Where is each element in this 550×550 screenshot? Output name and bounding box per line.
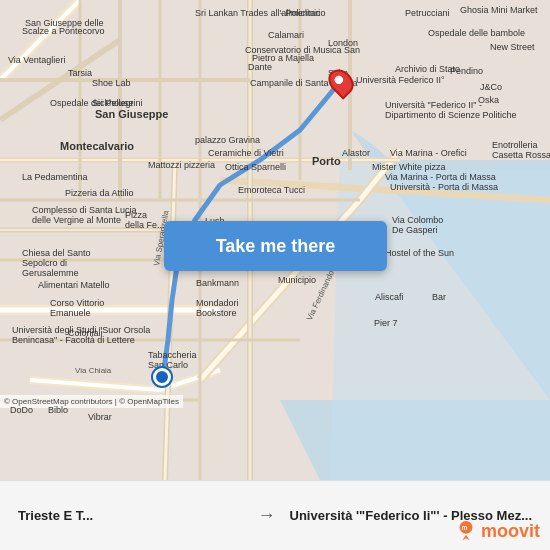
- map-area[interactable]: Sri Lankan Trades all'alimentari - Polic…: [0, 0, 550, 480]
- moovit-logo: m moovit: [455, 520, 540, 542]
- station-from: Trieste E T...: [10, 508, 252, 523]
- origin-dot: [153, 368, 171, 386]
- from-station-name: Trieste E T...: [18, 508, 244, 523]
- destination-marker: [330, 68, 352, 96]
- arrow-divider: →: [252, 505, 282, 526]
- moovit-text: moovit: [481, 521, 540, 542]
- moovit-icon: m: [455, 520, 477, 542]
- bottom-bar: Trieste E T... → Università '"Federico I…: [0, 480, 550, 550]
- take-me-there-button[interactable]: Take me there: [164, 221, 387, 271]
- app-container: Sri Lankan Trades all'alimentari - Polic…: [0, 0, 550, 550]
- osm-attribution: © OpenStreetMap contributors | © OpenMap…: [0, 395, 183, 408]
- svg-text:m: m: [461, 524, 467, 531]
- origin-marker: [153, 368, 171, 386]
